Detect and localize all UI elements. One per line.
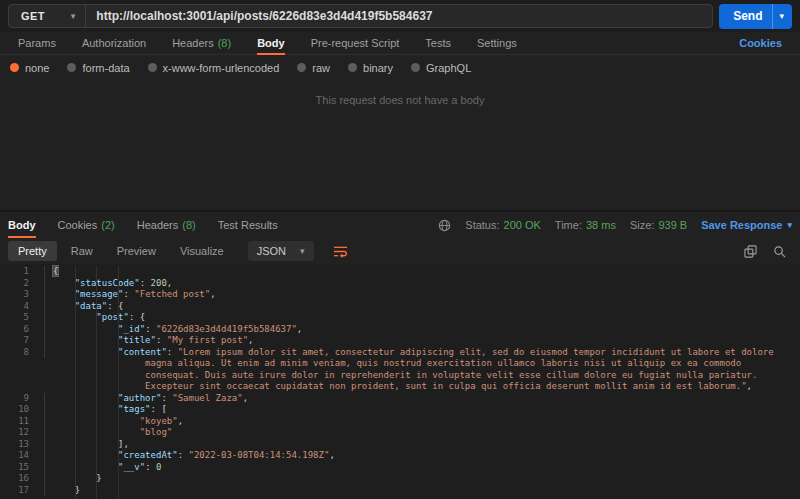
code-token-punct: , [243, 393, 248, 403]
code-content: "blog" [45, 427, 800, 439]
tab-body[interactable]: Body [257, 32, 285, 54]
code-token-string: "koyeb" [140, 416, 178, 426]
code-token-key: "__v" [118, 462, 145, 472]
code-token-punct: , [167, 278, 172, 288]
network-globe-icon[interactable] [438, 219, 451, 232]
code-content: "_id": "6226d83e3d4d419f5b584637", [45, 324, 800, 336]
response-tab-headers[interactable]: Headers(8) [137, 212, 196, 238]
search-icon[interactable] [773, 245, 786, 258]
radio-dot-icon [67, 63, 76, 72]
code-line: 10"tags": [ [0, 404, 800, 416]
code-token-string: "Lorem ipsum dolor sit amet, consectetur… [145, 347, 779, 392]
response-meta: Status:200 OK Time:38 ms Size:939 B Save… [438, 212, 792, 238]
tab-params[interactable]: Params [18, 32, 56, 54]
code-token-punct: : [178, 450, 189, 460]
code-token-punct: , [210, 289, 215, 299]
empty-body-message: This request does not have a body [316, 94, 485, 106]
request-body-empty-area: This request does not have a body [0, 80, 800, 210]
format-select[interactable]: JSON ▾ [248, 241, 314, 261]
code-token-punct: { [53, 266, 58, 276]
radio-raw[interactable]: raw [297, 62, 330, 74]
line-number: 6 [0, 324, 45, 336]
response-body-code-viewer[interactable]: 1{2"statusCode": 200,3"message": "Fetche… [0, 264, 800, 499]
view-tab-preview[interactable]: Preview [107, 241, 166, 261]
radio-dot-icon [411, 63, 420, 72]
line-number: 11 [0, 416, 45, 428]
view-tab-raw[interactable]: Raw [61, 241, 103, 261]
code-content: "__v": 0 [45, 462, 800, 474]
view-tab-pretty[interactable]: Pretty [8, 241, 57, 261]
body-mode-row: none form-data x-www-form-urlencoded raw… [0, 55, 800, 80]
code-content: "content": "Lorem ipsum dolor sit amet, … [45, 347, 800, 393]
code-token-punct: , [297, 324, 302, 334]
code-token-string: "6226d83e3d4d419f5b584637" [156, 324, 297, 334]
code-token-string: "blog" [140, 427, 173, 437]
code-content: "createdAt": "2022-03-08T04:14:54.198Z", [45, 450, 800, 462]
radio-binary[interactable]: binary [348, 62, 393, 74]
code-token-key: "data" [75, 301, 108, 311]
line-number: 17 [0, 485, 45, 497]
line-number: 3 [0, 289, 45, 301]
code-token-punct: , [329, 450, 334, 460]
code-token-string: "Fetched post" [134, 289, 210, 299]
code-content: "koyeb", [45, 416, 800, 428]
response-tab-body[interactable]: Body [8, 212, 36, 238]
request-tabs: Params Authorization Headers(8) Body Pre… [0, 32, 800, 55]
code-token-punct: , [747, 381, 752, 391]
code-token-key: "post" [96, 312, 129, 322]
code-line: 2"statusCode": 200, [0, 278, 800, 290]
copy-icon[interactable] [744, 245, 757, 258]
code-line: 12"blog" [0, 427, 800, 439]
code-content: "data": { [45, 301, 800, 313]
chevron-down-icon: ▾ [300, 247, 305, 256]
save-response-button[interactable]: Save Response▾ [701, 219, 792, 231]
code-content: "post": { [45, 312, 800, 324]
code-line: 8"content": "Lorem ipsum dolor sit amet,… [0, 347, 800, 393]
line-number: 1 [0, 266, 45, 278]
tab-headers[interactable]: Headers(8) [172, 32, 231, 54]
radio-form-data[interactable]: form-data [67, 62, 129, 74]
code-token-punct: : [156, 335, 167, 345]
line-number: 13 [0, 439, 45, 451]
indent-guide [75, 266, 76, 499]
response-tab-test-results[interactable]: Test Results [218, 212, 278, 238]
code-token-key: "author" [118, 393, 161, 403]
view-tab-visualize[interactable]: Visualize [170, 241, 234, 261]
code-token-punct: : [123, 289, 134, 299]
line-number: 16 [0, 473, 45, 485]
code-content: } [45, 485, 800, 497]
code-token-key: "content" [118, 347, 167, 357]
send-label: Send [719, 4, 772, 29]
response-pane: Body Cookies(2) Headers(8) Test Results … [0, 210, 800, 499]
code-token-string: "2022-03-08T04:14:54.198Z" [188, 450, 329, 460]
code-lines: 1{2"statusCode": 200,3"message": "Fetche… [0, 264, 800, 496]
tab-tests[interactable]: Tests [425, 32, 451, 54]
code-token-punct: : [ [151, 404, 167, 414]
tab-pre-request-script[interactable]: Pre-request Script [311, 32, 400, 54]
radio-x-www-form-urlencoded[interactable]: x-www-form-urlencoded [148, 62, 280, 74]
line-number: 14 [0, 450, 45, 462]
code-content: "statusCode": 200, [45, 278, 800, 290]
code-token-punct: : { [107, 301, 123, 311]
code-token-punct: , [178, 416, 183, 426]
response-tab-cookies[interactable]: Cookies(2) [58, 212, 115, 238]
radio-none[interactable]: none [10, 62, 49, 74]
tab-settings[interactable]: Settings [477, 32, 517, 54]
code-token-key: "createdAt" [118, 450, 178, 460]
cookies-link[interactable]: Cookies [739, 32, 782, 54]
code-line: 1{ [0, 266, 800, 278]
url-group: GET ▾ http://localhost:3001/api/posts/62… [8, 4, 713, 28]
code-content: "tags": [ [45, 404, 800, 416]
wrap-text-icon[interactable] [328, 242, 353, 261]
code-line: 9"author": "Samuel Zaza", [0, 393, 800, 405]
code-token-punct: : [145, 324, 156, 334]
url-input[interactable]: http://localhost:3001/api/posts/6226d83e… [86, 5, 712, 27]
code-content: "title": "My first post", [45, 335, 800, 347]
send-options-chevron-icon[interactable]: ▾ [772, 4, 792, 29]
radio-graphql[interactable]: GraphQL [411, 62, 471, 74]
code-token-punct: ], [118, 439, 129, 449]
tab-authorization[interactable]: Authorization [82, 32, 146, 54]
code-content: } [45, 473, 800, 485]
method-selector[interactable]: GET ▾ [9, 5, 86, 27]
send-button[interactable]: Send ▾ [719, 4, 792, 29]
